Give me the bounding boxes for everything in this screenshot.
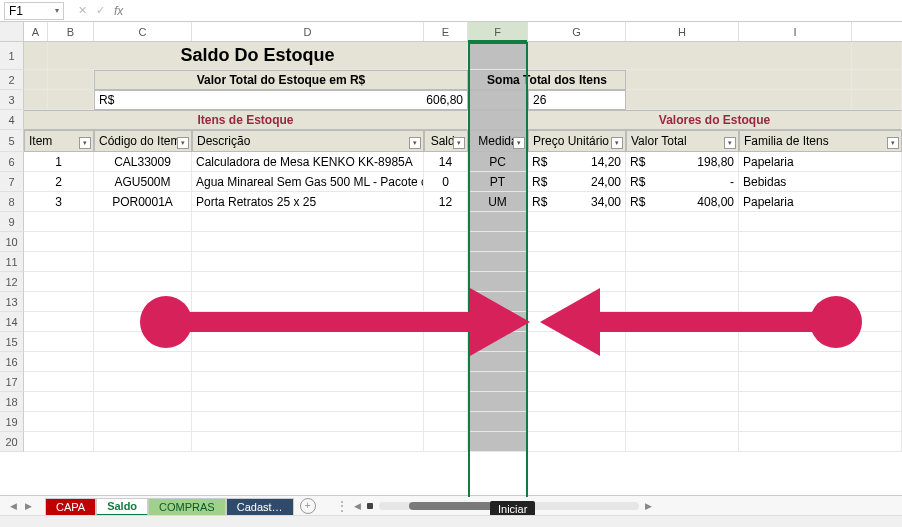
cell[interactable] bbox=[468, 372, 528, 392]
cell[interactable] bbox=[626, 372, 739, 392]
cell[interactable] bbox=[94, 432, 192, 452]
cell[interactable] bbox=[468, 292, 528, 312]
cell[interactable] bbox=[468, 352, 528, 372]
cell-preco-unitario[interactable]: R$14,20 bbox=[528, 152, 626, 172]
cell-familia[interactable]: Papelaria bbox=[739, 152, 902, 172]
cell[interactable] bbox=[626, 70, 852, 90]
filter-icon[interactable]: ▾ bbox=[724, 137, 736, 149]
cell[interactable] bbox=[424, 412, 468, 432]
cell[interactable] bbox=[192, 332, 424, 352]
cell-medida[interactable]: UM bbox=[468, 192, 528, 212]
cell-valor-total[interactable]: R$- bbox=[626, 172, 739, 192]
col-codigo[interactable]: Código do Item▾ bbox=[94, 130, 192, 152]
filter-icon[interactable]: ▾ bbox=[887, 137, 899, 149]
cell[interactable] bbox=[468, 252, 528, 272]
filter-icon[interactable]: ▾ bbox=[79, 137, 91, 149]
col-familia[interactable]: Familia de Itens▾ bbox=[739, 130, 902, 152]
cell[interactable] bbox=[424, 292, 468, 312]
tab-nav-next-icon[interactable]: ▶ bbox=[21, 498, 35, 514]
sheet-tab-cadast[interactable]: Cadast… bbox=[226, 498, 294, 516]
add-sheet-button[interactable]: + bbox=[300, 498, 316, 514]
formula-bar-input[interactable] bbox=[127, 2, 902, 20]
cell[interactable] bbox=[528, 412, 626, 432]
cell-familia[interactable]: Papelaria bbox=[739, 192, 902, 212]
cell[interactable] bbox=[192, 312, 424, 332]
cell[interactable] bbox=[468, 432, 528, 452]
cell[interactable] bbox=[852, 70, 902, 90]
cell[interactable] bbox=[626, 392, 739, 412]
tab-nav-prev-icon[interactable]: ◀ bbox=[6, 498, 20, 514]
row-header-7[interactable]: 7 bbox=[0, 172, 24, 192]
cell[interactable] bbox=[48, 90, 94, 110]
cell[interactable] bbox=[468, 332, 528, 352]
cell[interactable] bbox=[24, 212, 94, 232]
cell-medida[interactable]: PT bbox=[468, 172, 528, 192]
row-header-20[interactable]: 20 bbox=[0, 432, 24, 452]
cell[interactable] bbox=[424, 212, 468, 232]
cell[interactable] bbox=[739, 432, 902, 452]
cell[interactable] bbox=[626, 292, 739, 312]
row-header-10[interactable]: 10 bbox=[0, 232, 24, 252]
row-header-15[interactable]: 15 bbox=[0, 332, 24, 352]
cell[interactable] bbox=[626, 412, 739, 432]
cell[interactable] bbox=[94, 332, 192, 352]
cell[interactable] bbox=[852, 90, 902, 110]
cell[interactable] bbox=[24, 232, 94, 252]
cell-preco-unitario[interactable]: R$34,00 bbox=[528, 192, 626, 212]
cell-valor-total[interactable]: R$408,00 bbox=[626, 192, 739, 212]
cell[interactable] bbox=[626, 252, 739, 272]
cell[interactable] bbox=[24, 412, 94, 432]
cell[interactable] bbox=[424, 312, 468, 332]
cell[interactable] bbox=[192, 272, 424, 292]
column-header-B[interactable]: B bbox=[48, 22, 94, 41]
cell-medida[interactable]: PC bbox=[468, 152, 528, 172]
scroll-left-icon[interactable]: ◀ bbox=[354, 501, 361, 511]
cell[interactable] bbox=[468, 392, 528, 412]
cell[interactable] bbox=[528, 212, 626, 232]
cell[interactable] bbox=[48, 70, 94, 90]
cell[interactable] bbox=[528, 42, 852, 70]
cell-reference-box[interactable]: F1 ▾ bbox=[4, 2, 64, 20]
col-item[interactable]: Item▾ bbox=[24, 130, 94, 152]
cell[interactable] bbox=[528, 332, 626, 352]
cell[interactable] bbox=[626, 212, 739, 232]
cell[interactable] bbox=[24, 312, 94, 332]
cell[interactable] bbox=[528, 272, 626, 292]
cell[interactable] bbox=[739, 332, 902, 352]
column-header-D[interactable]: D bbox=[192, 22, 424, 41]
cell[interactable] bbox=[94, 292, 192, 312]
row-header-16[interactable]: 16 bbox=[0, 352, 24, 372]
cell-preco-unitario[interactable]: R$24,00 bbox=[528, 172, 626, 192]
cancel-formula-icon[interactable]: ✕ bbox=[74, 3, 90, 19]
cell[interactable] bbox=[192, 392, 424, 412]
cell[interactable] bbox=[192, 372, 424, 392]
cell[interactable] bbox=[192, 232, 424, 252]
cell[interactable] bbox=[739, 232, 902, 252]
row-header-1[interactable]: 1 bbox=[0, 42, 24, 70]
column-header-C[interactable]: C bbox=[94, 22, 192, 41]
row-header-4[interactable]: 4 bbox=[0, 110, 24, 130]
cell[interactable] bbox=[192, 252, 424, 272]
cell[interactable] bbox=[94, 232, 192, 252]
row-header-13[interactable]: 13 bbox=[0, 292, 24, 312]
filter-icon[interactable]: ▾ bbox=[611, 137, 623, 149]
cell[interactable] bbox=[24, 272, 94, 292]
cell-item[interactable]: 1 bbox=[24, 152, 94, 172]
cell[interactable] bbox=[24, 90, 48, 110]
cell[interactable] bbox=[24, 392, 94, 412]
row-header-9[interactable]: 9 bbox=[0, 212, 24, 232]
cell[interactable] bbox=[528, 292, 626, 312]
cell[interactable] bbox=[192, 212, 424, 232]
cell[interactable] bbox=[24, 432, 94, 452]
cell[interactable] bbox=[468, 232, 528, 252]
cell[interactable] bbox=[739, 292, 902, 312]
cell[interactable] bbox=[424, 392, 468, 412]
row-header-5[interactable]: 5 bbox=[0, 130, 24, 152]
cell[interactable] bbox=[468, 312, 528, 332]
column-header-I[interactable]: I bbox=[739, 22, 852, 41]
cell[interactable] bbox=[24, 352, 94, 372]
filter-icon[interactable]: ▾ bbox=[177, 137, 189, 149]
scroll-right-icon[interactable]: ▶ bbox=[645, 501, 652, 511]
cell[interactable] bbox=[424, 432, 468, 452]
col-medida[interactable]: Medida▾ bbox=[468, 130, 528, 152]
